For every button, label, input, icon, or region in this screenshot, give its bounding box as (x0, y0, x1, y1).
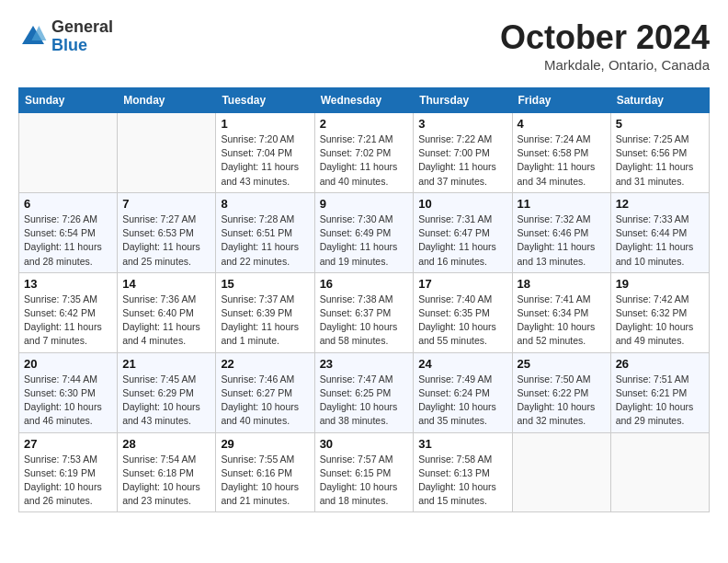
logo-blue-text: Blue (51, 37, 113, 55)
day-number: 27 (24, 437, 112, 451)
day-info: Sunrise: 7:46 AM Sunset: 6:27 PM Dayligh… (221, 373, 309, 429)
calendar-cell: 9Sunrise: 7:30 AM Sunset: 6:49 PM Daylig… (314, 192, 414, 272)
day-number: 9 (320, 197, 409, 211)
day-info: Sunrise: 7:31 AM Sunset: 6:47 PM Dayligh… (418, 213, 506, 269)
day-number: 12 (616, 197, 704, 211)
day-number: 8 (221, 197, 309, 211)
calendar-week-4: 20Sunrise: 7:44 AM Sunset: 6:30 PM Dayli… (19, 352, 710, 432)
calendar-cell: 27Sunrise: 7:53 AM Sunset: 6:19 PM Dayli… (19, 432, 118, 512)
day-info: Sunrise: 7:25 AM Sunset: 6:56 PM Dayligh… (616, 132, 704, 189)
calendar-cell: 18Sunrise: 7:41 AM Sunset: 6:34 PM Dayli… (512, 272, 610, 352)
day-number: 5 (616, 117, 704, 131)
page-header: General Blue October 2024 Markdale, Onta… (18, 18, 710, 73)
day-number: 23 (320, 357, 409, 371)
calendar-cell: 1Sunrise: 7:20 AM Sunset: 7:04 PM Daylig… (216, 113, 314, 193)
day-info: Sunrise: 7:42 AM Sunset: 6:32 PM Dayligh… (616, 293, 704, 349)
day-info: Sunrise: 7:30 AM Sunset: 6:49 PM Dayligh… (320, 213, 409, 269)
calendar-cell (610, 432, 709, 512)
day-number: 2 (320, 117, 409, 131)
day-info: Sunrise: 7:53 AM Sunset: 6:19 PM Dayligh… (24, 453, 112, 509)
day-info: Sunrise: 7:57 AM Sunset: 6:15 PM Dayligh… (320, 453, 409, 509)
calendar-cell: 30Sunrise: 7:57 AM Sunset: 6:15 PM Dayli… (314, 432, 414, 512)
day-info: Sunrise: 7:44 AM Sunset: 6:30 PM Dayligh… (24, 373, 112, 429)
day-info: Sunrise: 7:50 AM Sunset: 6:22 PM Dayligh… (518, 373, 606, 429)
day-info: Sunrise: 7:33 AM Sunset: 6:44 PM Dayligh… (616, 213, 704, 269)
calendar-cell: 13Sunrise: 7:35 AM Sunset: 6:42 PM Dayli… (19, 272, 118, 352)
logo: General Blue (18, 18, 113, 55)
calendar-cell: 4Sunrise: 7:24 AM Sunset: 6:58 PM Daylig… (512, 113, 610, 193)
day-number: 15 (221, 277, 309, 291)
weekday-header-thursday: Thursday (414, 88, 512, 113)
day-number: 7 (122, 197, 210, 211)
calendar-cell: 29Sunrise: 7:55 AM Sunset: 6:16 PM Dayli… (216, 432, 314, 512)
calendar-cell: 26Sunrise: 7:51 AM Sunset: 6:21 PM Dayli… (610, 352, 709, 432)
calendar-cell: 3Sunrise: 7:22 AM Sunset: 7:00 PM Daylig… (414, 113, 512, 193)
calendar-cell (118, 113, 216, 193)
calendar-cell: 28Sunrise: 7:54 AM Sunset: 6:18 PM Dayli… (118, 432, 216, 512)
calendar-week-1: 1Sunrise: 7:20 AM Sunset: 7:04 PM Daylig… (19, 113, 710, 193)
day-number: 13 (24, 277, 112, 291)
month-title: October 2024 (500, 18, 710, 57)
day-number: 22 (221, 357, 309, 371)
calendar-cell: 21Sunrise: 7:45 AM Sunset: 6:29 PM Dayli… (118, 352, 216, 432)
day-info: Sunrise: 7:28 AM Sunset: 6:51 PM Dayligh… (221, 213, 309, 269)
calendar-cell: 11Sunrise: 7:32 AM Sunset: 6:46 PM Dayli… (512, 192, 610, 272)
day-info: Sunrise: 7:38 AM Sunset: 6:37 PM Dayligh… (320, 293, 409, 349)
day-info: Sunrise: 7:32 AM Sunset: 6:46 PM Dayligh… (518, 213, 606, 269)
day-info: Sunrise: 7:49 AM Sunset: 6:24 PM Dayligh… (418, 373, 506, 429)
day-number: 29 (221, 437, 309, 451)
day-number: 19 (616, 277, 704, 291)
logo-icon (18, 22, 48, 52)
day-number: 18 (518, 277, 606, 291)
day-info: Sunrise: 7:26 AM Sunset: 6:54 PM Dayligh… (24, 213, 112, 269)
calendar-cell: 2Sunrise: 7:21 AM Sunset: 7:02 PM Daylig… (314, 113, 414, 193)
day-info: Sunrise: 7:24 AM Sunset: 6:58 PM Dayligh… (518, 132, 606, 189)
calendar-cell: 10Sunrise: 7:31 AM Sunset: 6:47 PM Dayli… (414, 192, 512, 272)
day-info: Sunrise: 7:20 AM Sunset: 7:04 PM Dayligh… (221, 132, 309, 189)
calendar-week-3: 13Sunrise: 7:35 AM Sunset: 6:42 PM Dayli… (19, 272, 710, 352)
day-info: Sunrise: 7:21 AM Sunset: 7:02 PM Dayligh… (320, 132, 409, 189)
calendar-week-2: 6Sunrise: 7:26 AM Sunset: 6:54 PM Daylig… (19, 192, 710, 272)
day-number: 25 (518, 357, 606, 371)
day-number: 3 (418, 117, 506, 131)
day-number: 6 (24, 197, 112, 211)
day-number: 4 (518, 117, 606, 131)
day-info: Sunrise: 7:22 AM Sunset: 7:00 PM Dayligh… (418, 132, 506, 189)
day-info: Sunrise: 7:58 AM Sunset: 6:13 PM Dayligh… (418, 453, 506, 509)
day-info: Sunrise: 7:51 AM Sunset: 6:21 PM Dayligh… (616, 373, 704, 429)
calendar-cell: 23Sunrise: 7:47 AM Sunset: 6:25 PM Dayli… (314, 352, 414, 432)
location-text: Markdale, Ontario, Canada (500, 57, 710, 73)
weekday-header-row: SundayMondayTuesdayWednesdayThursdayFrid… (19, 88, 710, 113)
logo-general-text: General (51, 18, 113, 37)
calendar-cell: 15Sunrise: 7:37 AM Sunset: 6:39 PM Dayli… (216, 272, 314, 352)
day-number: 10 (418, 197, 506, 211)
calendar-cell: 7Sunrise: 7:27 AM Sunset: 6:53 PM Daylig… (118, 192, 216, 272)
calendar-cell: 6Sunrise: 7:26 AM Sunset: 6:54 PM Daylig… (19, 192, 118, 272)
calendar-cell: 31Sunrise: 7:58 AM Sunset: 6:13 PM Dayli… (414, 432, 512, 512)
calendar-cell (19, 113, 118, 193)
weekday-header-friday: Friday (512, 88, 610, 113)
weekday-header-saturday: Saturday (610, 88, 709, 113)
day-number: 30 (320, 437, 409, 451)
calendar-cell: 8Sunrise: 7:28 AM Sunset: 6:51 PM Daylig… (216, 192, 314, 272)
day-number: 16 (320, 277, 409, 291)
calendar-cell: 25Sunrise: 7:50 AM Sunset: 6:22 PM Dayli… (512, 352, 610, 432)
calendar-cell: 20Sunrise: 7:44 AM Sunset: 6:30 PM Dayli… (19, 352, 118, 432)
weekday-header-monday: Monday (118, 88, 216, 113)
day-info: Sunrise: 7:35 AM Sunset: 6:42 PM Dayligh… (24, 293, 112, 349)
day-info: Sunrise: 7:45 AM Sunset: 6:29 PM Dayligh… (122, 373, 210, 429)
weekday-header-tuesday: Tuesday (216, 88, 314, 113)
day-info: Sunrise: 7:40 AM Sunset: 6:35 PM Dayligh… (418, 293, 506, 349)
day-number: 21 (122, 357, 210, 371)
calendar-cell: 5Sunrise: 7:25 AM Sunset: 6:56 PM Daylig… (610, 113, 709, 193)
day-number: 11 (518, 197, 606, 211)
calendar-cell: 12Sunrise: 7:33 AM Sunset: 6:44 PM Dayli… (610, 192, 709, 272)
day-number: 28 (122, 437, 210, 451)
day-number: 26 (616, 357, 704, 371)
day-number: 17 (418, 277, 506, 291)
day-info: Sunrise: 7:55 AM Sunset: 6:16 PM Dayligh… (221, 453, 309, 509)
day-number: 31 (418, 437, 506, 451)
day-number: 24 (418, 357, 506, 371)
calendar-cell: 24Sunrise: 7:49 AM Sunset: 6:24 PM Dayli… (414, 352, 512, 432)
calendar-cell: 22Sunrise: 7:46 AM Sunset: 6:27 PM Dayli… (216, 352, 314, 432)
